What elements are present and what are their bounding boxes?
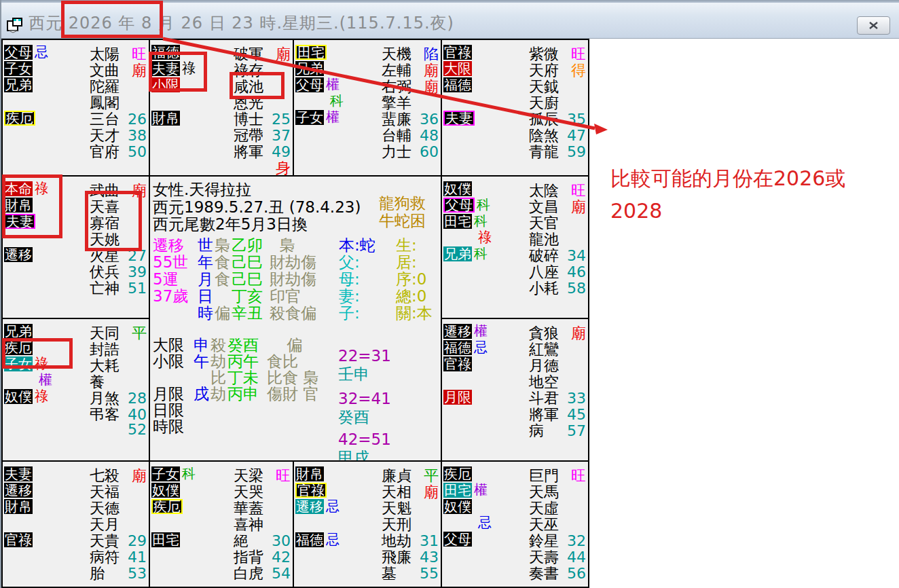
palace-label[interactable]: 官祿 <box>4 532 33 547</box>
palace-label[interactable]: 遷移 <box>443 324 472 339</box>
star-number: 53 <box>128 565 147 582</box>
birth-note: 西元尾數2年5月3日換 <box>153 214 308 235</box>
transform-tag: 科 <box>477 196 490 214</box>
palace-label[interactable]: 父母 <box>295 77 324 92</box>
star-number: 51 <box>128 280 147 297</box>
palace-label[interactable]: 本命 <box>4 181 33 196</box>
star-row: 天廚 <box>529 93 586 109</box>
center-panel: 女性.天得拉拉 西元1989.5.27.丑 (78.4.23) 西元尾數2年5月… <box>150 177 441 460</box>
palace-label-row: 官祿 <box>295 482 340 498</box>
palace-label-row: 田宅權 <box>443 482 492 498</box>
palace-cell-r1c2[interactable]: 福德夫妻祿小限財帛破軍廟祿存咸池恩光博士25冠帶37將軍49身 <box>150 40 293 175</box>
palace-cell-r3c4[interactable]: 遷移權福德忌官祿月限貪狼廟紅鸞月德地空斗君33將軍45病57 <box>442 319 588 460</box>
window-title: 西元 2026 年 8 月 26 日 23 時.星期三.(115.7.15.夜) <box>29 12 454 34</box>
palace-label-row: 遷移 <box>4 246 48 262</box>
star-row: 飛廉43 <box>382 547 439 564</box>
palace-label-row: 大限 <box>443 60 475 76</box>
star-row: 武曲廟 <box>90 181 147 197</box>
palace-cell-r1c4[interactable]: 官祿大限福德夫妻紫微旺天府得天鉞天廚孤辰35陰煞47青龍59 <box>442 40 588 175</box>
transform-tag: 權 <box>326 75 340 94</box>
palace-label[interactable]: 奴僕 <box>443 499 472 514</box>
palace-label[interactable]: 子女 <box>151 466 180 481</box>
brightness: 平 <box>132 323 147 344</box>
palace-label-row: 父母 <box>443 531 492 547</box>
palace-label[interactable]: 子女 <box>295 110 324 125</box>
palace-label[interactable]: 疾厄 <box>151 499 183 514</box>
star-row: 奏書56 <box>529 564 586 580</box>
star-number: 54 <box>272 565 291 582</box>
star-row: 台輔48 <box>382 126 439 142</box>
palace-label[interactable]: 官祿 <box>295 483 327 498</box>
palace-label[interactable]: 月限 <box>443 390 472 405</box>
palace-label[interactable]: 遷移 <box>4 247 33 262</box>
palace-label[interactable]: 財帛 <box>4 198 33 213</box>
palace-label[interactable]: 奴僕 <box>443 181 472 196</box>
palace-label[interactable]: 夫妻 <box>4 214 35 229</box>
palace-label[interactable]: 夫妻 <box>151 61 180 76</box>
palace-label[interactable]: 疾厄 <box>443 466 472 481</box>
palace-label[interactable]: 福德 <box>151 45 180 60</box>
palace-label[interactable]: 夫妻 <box>443 111 475 126</box>
palace-label[interactable]: 財帛 <box>151 111 180 126</box>
close-button[interactable] <box>857 16 890 35</box>
palace-label[interactable]: 兄弟 <box>295 61 324 76</box>
palace-label[interactable]: 小限 <box>151 77 180 92</box>
palace-label[interactable]: 財帛 <box>295 466 324 481</box>
palace-label-row: 財帛 <box>4 498 33 514</box>
palace-cell-r4c1[interactable]: 夫妻遷移財帛官祿七殺廟天福天德天月天貴29病符41胎53 <box>3 462 149 587</box>
star-row: 火星27 <box>90 246 147 262</box>
star-number: 57 <box>567 422 586 439</box>
app-icon[interactable] <box>6 17 24 33</box>
palace-label[interactable]: 財帛 <box>4 499 33 514</box>
palace-label[interactable]: 福德 <box>295 532 324 547</box>
palace-label[interactable]: 官祿 <box>443 45 472 60</box>
transform-tag: 科 <box>474 244 488 263</box>
palace-label[interactable]: 福德 <box>443 77 472 92</box>
star-number: 41 <box>128 549 147 566</box>
palace-cell-r1c1[interactable]: 父母忌子女兄弟疾厄太陽旺文曲廟陀羅鳳閣三台26天才38官府50 <box>3 40 149 175</box>
palace-label[interactable]: 田宅 <box>443 483 472 498</box>
palace-label[interactable]: 父母 <box>4 45 33 60</box>
star-row: 鈴星32 <box>529 531 586 547</box>
palace-label[interactable]: 父母 <box>443 532 472 547</box>
palace-label[interactable]: 官祿 <box>443 356 472 371</box>
palace-label[interactable]: 兄弟 <box>4 324 33 339</box>
palace-label[interactable]: 田宅 <box>151 532 180 547</box>
star-number: 46 <box>567 263 586 280</box>
transform-tag-權: 權 <box>4 372 52 388</box>
palace-cell-r2c1[interactable]: 本命祿財帛夫妻遷移武曲廟天喜寡宿天姚火星27伏兵39亡神51 <box>3 177 149 318</box>
star-row: 天貴29 <box>90 531 147 547</box>
star-row: 陰煞47 <box>529 126 586 142</box>
palace-cell-r4c2[interactable]: 子女科奴僕疾厄田宅天梁旺天哭華蓋喜神絕30指背42白虎54 <box>150 462 293 587</box>
palace-label[interactable]: 遷移 <box>295 499 324 514</box>
palace-cell-r3c1[interactable]: 兄弟疾厄子女祿權奴僕祿天同平封誥大耗養月煞28弔客4052 <box>3 319 149 460</box>
palace-label[interactable]: 田宅 <box>443 214 472 229</box>
palace-label[interactable]: 疾厄 <box>4 111 35 126</box>
palace-label[interactable]: 子女 <box>4 356 33 371</box>
palace-cell-r4c4[interactable]: 疾厄田宅權奴僕忌父母巨門旺天馬天虛天巫鈴星32天壽44奏書56 <box>442 462 588 587</box>
palace-cell-r1c3[interactable]: 田宅兄弟父母權科子女權天機陷左輔廟右弼廟擎羊蜚廉36台輔48力士60 <box>294 40 441 175</box>
transform-tag: 祿 <box>35 387 48 405</box>
palace-label[interactable]: 兄弟 <box>443 246 472 261</box>
star-row: 天同平 <box>90 323 147 339</box>
palace-label[interactable]: 福德 <box>443 340 472 355</box>
palace-label[interactable]: 奴僕 <box>4 389 33 404</box>
star-row: 將軍49 <box>234 142 291 158</box>
palace-label[interactable]: 奴僕 <box>151 483 180 498</box>
palace-cell-r4c3[interactable]: 財帛官祿遷移忌福德忌廉貞平天相廟天魁天刑地劫31飛廉43墓55 <box>294 462 441 587</box>
palace-label[interactable]: 兄弟 <box>4 77 33 92</box>
palace-label[interactable]: 父母 <box>443 198 475 213</box>
palace-label[interactable]: 子女 <box>4 61 33 76</box>
palace-label[interactable]: 田宅 <box>295 45 327 60</box>
star-number: 36 <box>420 111 439 128</box>
star-row: 天月 <box>90 515 147 531</box>
brightness: 廟 <box>424 77 439 97</box>
limit-row: 比丁未比食 梟 <box>153 367 318 384</box>
star-row: 將軍45 <box>529 405 586 421</box>
palace-label[interactable]: 遷移 <box>4 483 33 498</box>
palace-label-row: 小限 <box>151 77 196 92</box>
palace-label[interactable]: 大限 <box>443 61 472 76</box>
palace-label[interactable]: 夫妻 <box>4 466 33 481</box>
palace-cell-r2c4[interactable]: 奴僕父母科田宅科祿兄弟科太陰旺文昌廟天官龍池破碎34八座46小耗58 <box>442 177 588 318</box>
palace-label[interactable]: 疾厄 <box>4 340 33 355</box>
